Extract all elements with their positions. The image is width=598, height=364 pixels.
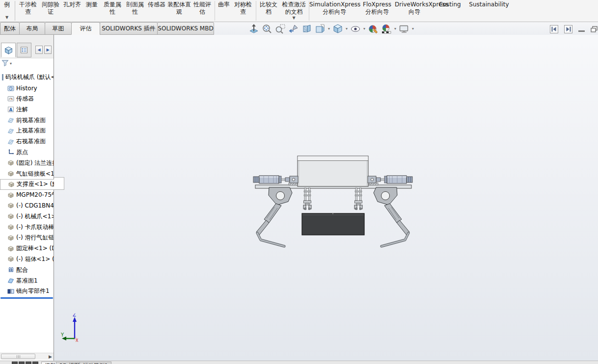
- headsup-view-toolbar: ▾ ▾ ▾ ▾ ▾: [248, 23, 414, 35]
- statusbar-icon[interactable]: [32, 362, 38, 364]
- tab-sketch[interactable]: 草图: [45, 22, 72, 35]
- tree-item-mgpm-cylinder[interactable]: MGPM20-75气: [0, 190, 54, 201]
- tree-item-plane1[interactable]: 基准面1: [0, 275, 54, 286]
- model-right-guide-pins[interactable]: [354, 188, 362, 210]
- tree-item-mirror-component[interactable]: 镜向零部件1: [0, 286, 54, 297]
- tree-filter[interactable]: ▾: [0, 58, 54, 72]
- view-settings-icon[interactable]: [399, 24, 409, 34]
- tree-item-front-plane[interactable]: 前视基准面: [0, 115, 54, 126]
- tab-layout[interactable]: 布局: [19, 22, 45, 35]
- axis-x-label: X: [76, 338, 79, 343]
- tree-item-claw-linkage-rod[interactable]: (-) 卡爪联动棒: [0, 222, 54, 233]
- tree-item-cdg-cylinder[interactable]: (-) CDG1BN40: [0, 201, 54, 211]
- part-icon: [7, 202, 14, 209]
- check-active-document-button[interactable]: 检查激活的文档 ▼: [280, 1, 308, 21]
- cube-icon: [4, 46, 13, 54]
- interference-check-button[interactable]: 干涉检查: [17, 1, 39, 16]
- dropdown-caret-icon: ▼: [280, 16, 308, 20]
- costing-button[interactable]: Costing: [436, 1, 463, 8]
- assembly-model[interactable]: [241, 153, 427, 251]
- tree-item-fixed-rod[interactable]: 固定棒<1> (D: [0, 243, 54, 254]
- tree-item-history[interactable]: History: [0, 83, 54, 94]
- hole-alignment-button[interactable]: 孔对齐: [62, 1, 82, 8]
- dropdown-caret-icon[interactable]: ▾: [328, 24, 330, 34]
- tree-item-annotations[interactable]: 注解: [0, 104, 54, 115]
- edit-appearance-icon[interactable]: [368, 24, 379, 34]
- scroll-right-arrow-icon[interactable]: ▶: [49, 354, 52, 359]
- group-separator: [15, 1, 15, 21]
- mass-properties-button[interactable]: 质量属性: [101, 1, 124, 16]
- tree-item-box-body[interactable]: (-) 箱体<1> (默: [0, 254, 54, 265]
- dropdown-caret-icon[interactable]: ▾: [412, 24, 414, 34]
- ribbon-overflow-button[interactable]: 例 ▼: [0, 1, 14, 21]
- compare-documents-button[interactable]: 比较文档: [257, 1, 280, 16]
- zoom-to-area-icon[interactable]: [275, 24, 286, 34]
- minimize-button[interactable]: [578, 30, 585, 32]
- apply-scene-icon[interactable]: [381, 24, 392, 34]
- model-housing[interactable]: [298, 156, 368, 186]
- tree-root-assembly[interactable]: 码垛机械爪 (默认<: [0, 72, 54, 83]
- tree-item-origin[interactable]: 原点: [0, 147, 54, 158]
- floxpress-wizard-button[interactable]: FloXpress 分析向导: [359, 1, 395, 16]
- scrollbar-grip[interactable]: [1, 354, 35, 359]
- panel-scroll-left-button[interactable]: ◀: [35, 46, 43, 54]
- tree-item-sliding-cylinder-link[interactable]: (-) 滑行气缸链: [0, 233, 54, 243]
- panel-horizontal-scrollbar[interactable]: ▶: [0, 353, 54, 360]
- clearance-verification-button[interactable]: 间隙验证: [39, 1, 62, 16]
- display-style-icon[interactable]: [332, 24, 343, 34]
- rollback-bar[interactable]: [0, 297, 53, 299]
- section-properties-button[interactable]: 剖面属性: [124, 1, 146, 16]
- tree-item-top-plane[interactable]: 上视基准面: [0, 126, 54, 136]
- driveworksxpress-wizard-button[interactable]: DriveWorksXpress 向导: [395, 1, 434, 16]
- tab-motion-study-1[interactable]: 运动算例1: [80, 362, 111, 364]
- model-right-cylinder[interactable]: [368, 176, 412, 183]
- tab-assembly[interactable]: 配体: [0, 22, 20, 35]
- panel-scroll-right-button[interactable]: ▶: [44, 46, 52, 54]
- model-left-claw-arm[interactable]: [256, 187, 292, 246]
- curvature-button[interactable]: 曲率: [216, 1, 232, 8]
- axis-y-label: Y: [61, 332, 64, 338]
- graphics-viewport[interactable]: Z Y X: [54, 35, 598, 361]
- statusbar-icon[interactable]: [26, 362, 31, 364]
- assembly-visualization-button[interactable]: 装配体直观: [167, 1, 191, 16]
- tab-3d-views[interactable]: 3D 视图: [56, 362, 83, 364]
- tab-solidworks-mbd[interactable]: SOLIDWORKS MBD: [157, 22, 214, 35]
- tab-evaluate[interactable]: 评估: [71, 22, 100, 35]
- performance-evaluation-button[interactable]: 性能评估: [191, 1, 213, 16]
- view-orientation-icon[interactable]: [315, 24, 326, 34]
- section-view-icon[interactable]: [301, 24, 312, 34]
- hide-show-items-icon[interactable]: [350, 24, 361, 34]
- sustainability-button[interactable]: Sustainability: [465, 1, 513, 8]
- zoom-to-fit-icon[interactable]: [262, 24, 272, 34]
- measure-button[interactable]: 测量: [82, 1, 101, 8]
- symmetry-check-button[interactable]: 对称检查: [232, 1, 254, 16]
- collapse-left-pane-button[interactable]: [550, 25, 558, 33]
- tree-item-flange-connector[interactable]: (固定) 法兰连接: [0, 157, 54, 168]
- tree-item-sensors[interactable]: 传感器: [0, 94, 54, 104]
- statusbar-icon[interactable]: [19, 362, 25, 364]
- part-icon: [7, 192, 14, 199]
- model-right-claw-arm[interactable]: [374, 187, 409, 246]
- dropdown-caret-icon[interactable]: ▾: [394, 24, 396, 34]
- tab-featuremanager-tree[interactable]: [1, 43, 16, 57]
- dropdown-caret-icon[interactable]: ▾: [346, 24, 348, 34]
- previous-view-icon[interactable]: [288, 24, 299, 34]
- simulationxpress-wizard-button[interactable]: SimulationXpress 分析向导: [309, 1, 359, 16]
- tree-item-cylinder-link-plate[interactable]: 气缸链接板<1:: [0, 168, 54, 179]
- normal-to-icon[interactable]: [248, 24, 259, 34]
- tree-item-mates[interactable]: 配合: [0, 264, 54, 275]
- ribbon-evaluate-tools: 例 ▼ 干涉检查 间隙验证 孔对齐 测量 质量属性 剖面属性 传感器 装配体直观…: [0, 0, 598, 22]
- model-left-cylinder[interactable]: [253, 176, 298, 183]
- tab-solidworks-addins[interactable]: SOLIDWORKS 插件: [100, 22, 158, 35]
- tab-propertymanager[interactable]: [17, 43, 31, 57]
- history-icon: [7, 85, 14, 92]
- statusbar-icon[interactable]: [12, 362, 18, 364]
- model-left-guide-pins[interactable]: [303, 188, 311, 210]
- restore-window-button[interactable]: [591, 26, 598, 32]
- sensors-button[interactable]: 传感器: [146, 1, 167, 8]
- tree-item-gripper-claw[interactable]: (-) 机械爪<1>: [0, 211, 54, 222]
- dropdown-caret-icon[interactable]: ▾: [363, 24, 365, 34]
- collapse-right-pane-button[interactable]: [564, 25, 572, 33]
- tree-item-right-plane[interactable]: 右视基准面: [0, 136, 54, 147]
- model-dark-box[interactable]: [302, 213, 364, 235]
